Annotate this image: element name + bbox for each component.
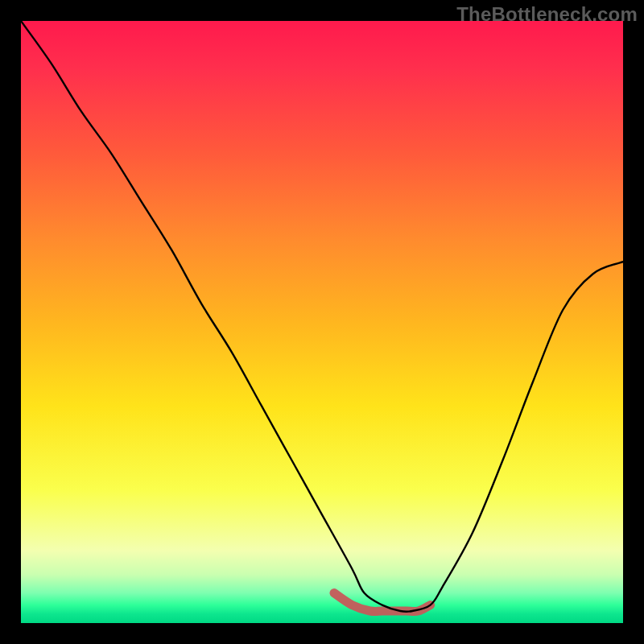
chart-frame: TheBottleneck.com [0, 0, 644, 644]
curve-layer [21, 21, 623, 623]
optimal-band-curve [334, 593, 431, 612]
plot-area [21, 21, 623, 623]
bottleneck-curve [21, 21, 623, 612]
watermark-text: TheBottleneck.com [456, 3, 638, 26]
